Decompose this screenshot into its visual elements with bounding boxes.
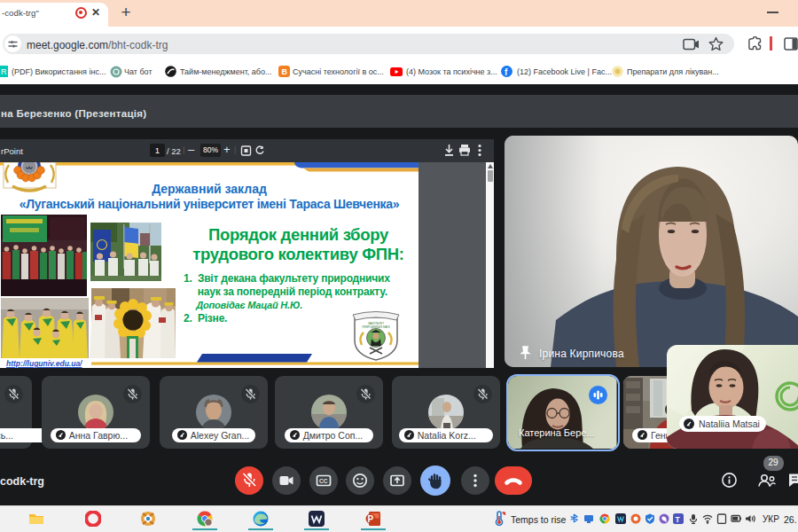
svg-text:CC: CC xyxy=(319,478,328,484)
svg-text:B: B xyxy=(282,67,288,76)
svg-text:R: R xyxy=(1,67,7,76)
svg-text:T: T xyxy=(676,515,681,524)
svg-text:P: P xyxy=(368,514,374,524)
